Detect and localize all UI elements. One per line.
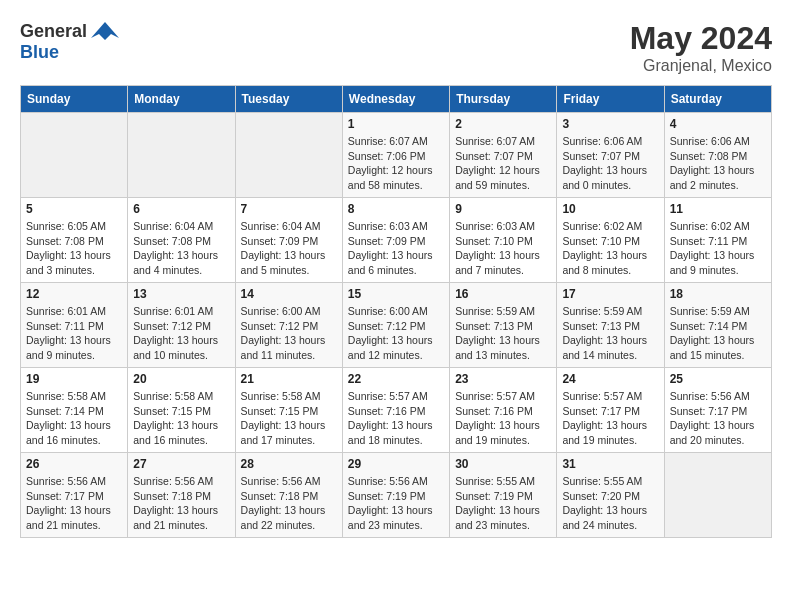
calendar-cell: 27Sunrise: 5:56 AMSunset: 7:18 PMDayligh… [128, 453, 235, 538]
title-block: May 2024 Granjenal, Mexico [630, 20, 772, 75]
logo-bird-icon [91, 20, 119, 42]
day-info: Sunrise: 6:06 AMSunset: 7:08 PMDaylight:… [670, 134, 766, 193]
day-number: 25 [670, 372, 766, 386]
calendar-cell: 10Sunrise: 6:02 AMSunset: 7:10 PMDayligh… [557, 198, 664, 283]
calendar-cell: 13Sunrise: 6:01 AMSunset: 7:12 PMDayligh… [128, 283, 235, 368]
calendar-cell: 6Sunrise: 6:04 AMSunset: 7:08 PMDaylight… [128, 198, 235, 283]
month-year-title: May 2024 [630, 20, 772, 57]
day-number: 23 [455, 372, 551, 386]
day-number: 27 [133, 457, 229, 471]
day-number: 1 [348, 117, 444, 131]
day-number: 2 [455, 117, 551, 131]
calendar-cell: 31Sunrise: 5:55 AMSunset: 7:20 PMDayligh… [557, 453, 664, 538]
day-number: 29 [348, 457, 444, 471]
day-info: Sunrise: 6:01 AMSunset: 7:12 PMDaylight:… [133, 304, 229, 363]
day-number: 11 [670, 202, 766, 216]
weekday-header-friday: Friday [557, 86, 664, 113]
day-number: 20 [133, 372, 229, 386]
day-info: Sunrise: 5:55 AMSunset: 7:20 PMDaylight:… [562, 474, 658, 533]
day-number: 30 [455, 457, 551, 471]
day-number: 18 [670, 287, 766, 301]
day-info: Sunrise: 6:01 AMSunset: 7:11 PMDaylight:… [26, 304, 122, 363]
day-info: Sunrise: 6:07 AMSunset: 7:06 PMDaylight:… [348, 134, 444, 193]
day-info: Sunrise: 5:56 AMSunset: 7:19 PMDaylight:… [348, 474, 444, 533]
calendar-cell: 1Sunrise: 6:07 AMSunset: 7:06 PMDaylight… [342, 113, 449, 198]
day-number: 24 [562, 372, 658, 386]
calendar-cell [21, 113, 128, 198]
day-info: Sunrise: 6:00 AMSunset: 7:12 PMDaylight:… [241, 304, 337, 363]
day-info: Sunrise: 5:57 AMSunset: 7:17 PMDaylight:… [562, 389, 658, 448]
calendar-cell: 15Sunrise: 6:00 AMSunset: 7:12 PMDayligh… [342, 283, 449, 368]
day-info: Sunrise: 6:03 AMSunset: 7:10 PMDaylight:… [455, 219, 551, 278]
day-info: Sunrise: 5:57 AMSunset: 7:16 PMDaylight:… [348, 389, 444, 448]
calendar-cell: 29Sunrise: 5:56 AMSunset: 7:19 PMDayligh… [342, 453, 449, 538]
calendar-cell [128, 113, 235, 198]
weekday-header-sunday: Sunday [21, 86, 128, 113]
calendar-cell: 23Sunrise: 5:57 AMSunset: 7:16 PMDayligh… [450, 368, 557, 453]
calendar-cell: 25Sunrise: 5:56 AMSunset: 7:17 PMDayligh… [664, 368, 771, 453]
day-number: 21 [241, 372, 337, 386]
calendar-cell: 30Sunrise: 5:55 AMSunset: 7:19 PMDayligh… [450, 453, 557, 538]
day-info: Sunrise: 5:56 AMSunset: 7:18 PMDaylight:… [133, 474, 229, 533]
day-number: 26 [26, 457, 122, 471]
day-info: Sunrise: 5:58 AMSunset: 7:14 PMDaylight:… [26, 389, 122, 448]
day-info: Sunrise: 5:55 AMSunset: 7:19 PMDaylight:… [455, 474, 551, 533]
calendar-cell: 21Sunrise: 5:58 AMSunset: 7:15 PMDayligh… [235, 368, 342, 453]
logo: General Blue [20, 20, 119, 63]
day-number: 12 [26, 287, 122, 301]
calendar-cell: 12Sunrise: 6:01 AMSunset: 7:11 PMDayligh… [21, 283, 128, 368]
day-info: Sunrise: 5:56 AMSunset: 7:17 PMDaylight:… [26, 474, 122, 533]
day-info: Sunrise: 5:56 AMSunset: 7:17 PMDaylight:… [670, 389, 766, 448]
calendar-cell: 22Sunrise: 5:57 AMSunset: 7:16 PMDayligh… [342, 368, 449, 453]
calendar-week-row: 12Sunrise: 6:01 AMSunset: 7:11 PMDayligh… [21, 283, 772, 368]
day-number: 15 [348, 287, 444, 301]
logo-general-text: General [20, 21, 87, 42]
day-info: Sunrise: 5:59 AMSunset: 7:14 PMDaylight:… [670, 304, 766, 363]
day-number: 22 [348, 372, 444, 386]
calendar-cell: 24Sunrise: 5:57 AMSunset: 7:17 PMDayligh… [557, 368, 664, 453]
calendar-cell: 3Sunrise: 6:06 AMSunset: 7:07 PMDaylight… [557, 113, 664, 198]
day-number: 31 [562, 457, 658, 471]
day-number: 10 [562, 202, 658, 216]
day-number: 14 [241, 287, 337, 301]
day-number: 16 [455, 287, 551, 301]
day-info: Sunrise: 6:07 AMSunset: 7:07 PMDaylight:… [455, 134, 551, 193]
calendar-table: SundayMondayTuesdayWednesdayThursdayFrid… [20, 85, 772, 538]
day-number: 28 [241, 457, 337, 471]
day-info: Sunrise: 6:00 AMSunset: 7:12 PMDaylight:… [348, 304, 444, 363]
day-info: Sunrise: 5:57 AMSunset: 7:16 PMDaylight:… [455, 389, 551, 448]
day-info: Sunrise: 5:58 AMSunset: 7:15 PMDaylight:… [133, 389, 229, 448]
day-info: Sunrise: 6:06 AMSunset: 7:07 PMDaylight:… [562, 134, 658, 193]
weekday-header-wednesday: Wednesday [342, 86, 449, 113]
day-number: 17 [562, 287, 658, 301]
day-number: 4 [670, 117, 766, 131]
day-info: Sunrise: 6:05 AMSunset: 7:08 PMDaylight:… [26, 219, 122, 278]
calendar-cell: 14Sunrise: 6:00 AMSunset: 7:12 PMDayligh… [235, 283, 342, 368]
weekday-header-thursday: Thursday [450, 86, 557, 113]
calendar-cell: 4Sunrise: 6:06 AMSunset: 7:08 PMDaylight… [664, 113, 771, 198]
svg-marker-0 [91, 22, 119, 40]
calendar-cell: 16Sunrise: 5:59 AMSunset: 7:13 PMDayligh… [450, 283, 557, 368]
calendar-cell: 9Sunrise: 6:03 AMSunset: 7:10 PMDaylight… [450, 198, 557, 283]
calendar-cell: 7Sunrise: 6:04 AMSunset: 7:09 PMDaylight… [235, 198, 342, 283]
calendar-week-row: 26Sunrise: 5:56 AMSunset: 7:17 PMDayligh… [21, 453, 772, 538]
calendar-cell: 11Sunrise: 6:02 AMSunset: 7:11 PMDayligh… [664, 198, 771, 283]
day-info: Sunrise: 5:59 AMSunset: 7:13 PMDaylight:… [455, 304, 551, 363]
calendar-cell: 2Sunrise: 6:07 AMSunset: 7:07 PMDaylight… [450, 113, 557, 198]
location-subtitle: Granjenal, Mexico [630, 57, 772, 75]
calendar-cell: 8Sunrise: 6:03 AMSunset: 7:09 PMDaylight… [342, 198, 449, 283]
day-info: Sunrise: 5:56 AMSunset: 7:18 PMDaylight:… [241, 474, 337, 533]
day-info: Sunrise: 6:02 AMSunset: 7:11 PMDaylight:… [670, 219, 766, 278]
day-number: 6 [133, 202, 229, 216]
calendar-cell: 20Sunrise: 5:58 AMSunset: 7:15 PMDayligh… [128, 368, 235, 453]
calendar-cell: 28Sunrise: 5:56 AMSunset: 7:18 PMDayligh… [235, 453, 342, 538]
day-number: 19 [26, 372, 122, 386]
calendar-cell [235, 113, 342, 198]
calendar-cell: 19Sunrise: 5:58 AMSunset: 7:14 PMDayligh… [21, 368, 128, 453]
calendar-cell: 17Sunrise: 5:59 AMSunset: 7:13 PMDayligh… [557, 283, 664, 368]
calendar-cell: 18Sunrise: 5:59 AMSunset: 7:14 PMDayligh… [664, 283, 771, 368]
day-info: Sunrise: 6:04 AMSunset: 7:08 PMDaylight:… [133, 219, 229, 278]
weekday-header-tuesday: Tuesday [235, 86, 342, 113]
day-number: 7 [241, 202, 337, 216]
calendar-week-row: 1Sunrise: 6:07 AMSunset: 7:06 PMDaylight… [21, 113, 772, 198]
